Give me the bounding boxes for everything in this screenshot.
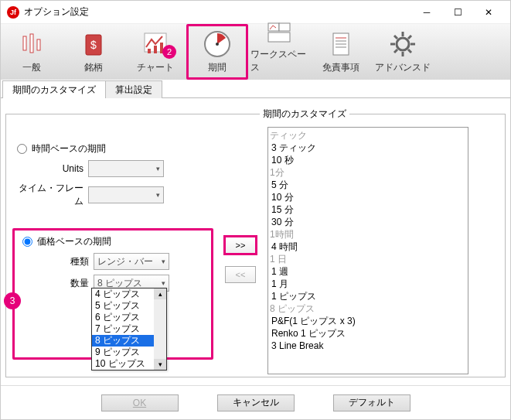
app-logo-icon: Jf	[7, 6, 19, 19]
svg-line-26	[394, 50, 397, 53]
list-item[interactable]: 5 分	[270, 179, 466, 191]
titlebar: Jf オプション設定 ─ ☐ ✕	[1, 1, 510, 24]
list-group-header: 8 ピップス	[270, 302, 466, 315]
toolbar-symbols[interactable]: $ 銘柄	[63, 24, 124, 80]
list-group-header: ティック	[270, 129, 466, 142]
price-based-label: 価格ベースの期間	[37, 235, 111, 248]
svg-rect-1	[30, 34, 33, 53]
toolbar: 一般 $ 銘柄 チャート 2 期間 ワークスペース	[1, 24, 510, 80]
toolbar-period[interactable]: 期間	[186, 24, 248, 80]
timeframe-select: ▾	[88, 186, 164, 203]
svg-text:$: $	[90, 39, 97, 51]
workspace-icon	[264, 19, 295, 46]
toolbar-advanced[interactable]: アドバンスド	[372, 24, 434, 80]
chevron-down-icon: ▾	[162, 258, 165, 265]
time-based-radio[interactable]	[17, 144, 27, 154]
svg-rect-11	[268, 23, 279, 31]
tabs: 期間のカスタマイズ 算出設定	[1, 80, 510, 98]
clock-icon	[202, 29, 233, 60]
svg-point-10	[216, 43, 219, 46]
chevron-down-icon: ▾	[162, 279, 165, 287]
cancel-button[interactable]: キャンセル	[217, 394, 295, 411]
svg-rect-0	[23, 36, 26, 50]
badge-3: 3	[4, 292, 21, 309]
qty-label: 数量	[18, 277, 89, 290]
clipboard-icon: $	[78, 29, 109, 60]
toolbar-workspace[interactable]: ワークスペース	[248, 24, 310, 80]
toolbar-chart[interactable]: チャート 2	[124, 24, 186, 80]
svg-line-24	[394, 36, 397, 39]
list-item[interactable]: Renko 1 ピップス	[270, 327, 466, 340]
badge-2: 2	[162, 45, 176, 59]
list-item[interactable]: 10 分	[270, 191, 466, 203]
dropdown-scrollbar[interactable]: ▴▾	[154, 289, 166, 370]
svg-rect-12	[279, 23, 290, 31]
toolbar-general[interactable]: 一般	[1, 24, 63, 80]
content: 期間のカスタマイズ 時間ベースの期間 Units ▾ タイム・フレーム	[1, 98, 510, 385]
list-group-header: 1分	[270, 166, 466, 179]
time-based-label: 時間ベースの期間	[32, 142, 106, 155]
price-based-radio[interactable]	[22, 237, 32, 247]
list-item[interactable]: 3 Line Break	[270, 340, 466, 352]
qty-dropdown-list: 4 ピップス 5 ピップス 6 ピップス 7 ピップス 8 ピップス 9 ピップ…	[92, 289, 166, 370]
list-item[interactable]: 10 秒	[270, 154, 466, 166]
list-item[interactable]: 1 月	[270, 278, 466, 290]
options-window: Jf オプション設定 ─ ☐ ✕ 一般 $ 銘柄 チャート 2	[0, 0, 511, 420]
footer: OK キャンセル デフォルト	[1, 385, 510, 419]
list-item[interactable]: P&F(1 ピップス x 3)	[270, 315, 466, 327]
svg-line-25	[408, 50, 411, 53]
fieldset-legend: 期間のカスタマイズ	[260, 108, 349, 121]
close-button[interactable]: ✕	[473, 3, 504, 22]
time-based-section: 時間ベースの期間 Units ▾ タイム・フレーム ▾	[12, 142, 213, 213]
svg-point-19	[397, 38, 409, 50]
svg-rect-13	[268, 32, 290, 42]
add-button[interactable]: >>	[223, 235, 257, 255]
tab-calc[interactable]: 算出設定	[105, 80, 162, 98]
units-select: ▾	[88, 160, 164, 177]
tab-customize[interactable]: 期間のカスタマイズ	[2, 80, 106, 98]
toolbar-disclaimer[interactable]: 免責事項	[310, 24, 372, 80]
svg-rect-6	[148, 49, 151, 53]
list-group-header: 1時間	[270, 228, 466, 241]
list-item[interactable]: 1 週	[270, 265, 466, 278]
gear-icon	[387, 29, 418, 60]
svg-rect-7	[154, 46, 157, 53]
period-listbox[interactable]: ティック3 ティック10 秒1分5 分10 分15 分30 分1時間4 時間1 …	[267, 127, 468, 374]
list-item[interactable]: 1 ピップス	[270, 290, 466, 302]
qty-dropdown[interactable]: 4 ピップス 5 ピップス 6 ピップス 7 ピップス 8 ピップス 9 ピップ…	[91, 288, 167, 370]
document-icon	[325, 29, 356, 60]
list-group-header: 1 日	[270, 253, 466, 265]
customize-fieldset: 期間のカスタマイズ 時間ベースの期間 Units ▾ タイム・フレーム	[5, 108, 506, 377]
list-item[interactable]: 30 分	[270, 216, 466, 228]
window-title: オプション設定	[24, 5, 411, 19]
price-based-section: 3 価格ベースの期間 種類 レンジ・バー ▾	[12, 228, 213, 360]
type-select[interactable]: レンジ・バー ▾	[94, 253, 169, 270]
list-item[interactable]: 3 ティック	[270, 142, 466, 154]
maximize-button[interactable]: ☐	[442, 3, 473, 22]
candles-icon	[16, 29, 47, 60]
type-label: 種類	[18, 255, 89, 268]
list-item[interactable]: 4 時間	[270, 241, 466, 253]
remove-button[interactable]: <<	[225, 266, 256, 283]
ok-button[interactable]: OK	[101, 394, 179, 411]
units-label: Units	[12, 163, 83, 174]
timeframe-label: タイム・フレーム	[12, 182, 83, 208]
minimize-button[interactable]: ─	[411, 3, 442, 22]
svg-line-27	[408, 36, 411, 39]
svg-rect-2	[37, 39, 40, 50]
list-item[interactable]: 15 分	[270, 203, 466, 216]
default-button[interactable]: デフォルト	[333, 394, 411, 411]
